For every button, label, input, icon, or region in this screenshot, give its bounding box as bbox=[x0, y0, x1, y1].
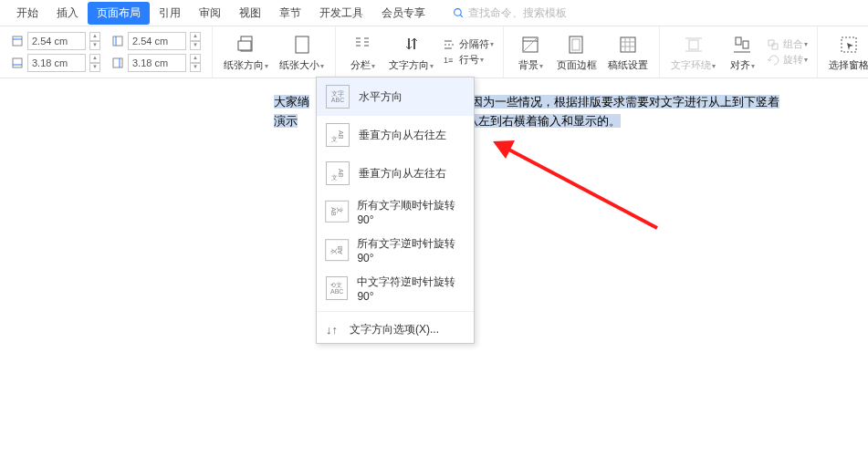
margin-bottom-icon bbox=[11, 57, 24, 69]
background-button[interactable]: 背景▾ bbox=[509, 29, 551, 76]
cn-ccw-icon: ⟲文ABC bbox=[326, 276, 348, 300]
spinner[interactable]: ▲▼ bbox=[190, 32, 201, 50]
tab-page-layout[interactable]: 页面布局 bbox=[88, 2, 150, 25]
line-number-button[interactable]: 1≡行号▾ bbox=[443, 53, 494, 67]
svg-rect-4 bbox=[13, 58, 22, 67]
svg-rect-39 bbox=[743, 41, 748, 48]
text-direction-icon bbox=[400, 33, 424, 57]
spinner[interactable]: ▲▼ bbox=[190, 54, 201, 72]
svg-rect-2 bbox=[13, 36, 22, 46]
margin-top-input[interactable] bbox=[27, 32, 86, 50]
direction-vertical-rtl[interactable]: AB文 垂直方向从右往左 bbox=[317, 116, 474, 154]
page-border-icon bbox=[565, 33, 589, 57]
search-box[interactable]: 查找命令、搜索模板 bbox=[453, 5, 567, 21]
tab-start[interactable]: 开始 bbox=[7, 2, 47, 25]
vertical-rtl-icon: AB文 bbox=[326, 123, 350, 147]
svg-rect-6 bbox=[113, 36, 122, 46]
ribbon: ▲▼ ▲▼ ▲▼ ▲▼ 纸张方向▾ bbox=[0, 26, 868, 78]
rotate-ccw-icon: 文AB bbox=[325, 239, 349, 261]
align-button[interactable]: 对齐▾ bbox=[721, 29, 763, 76]
svg-rect-12 bbox=[296, 36, 309, 53]
tab-insert[interactable]: 插入 bbox=[47, 2, 88, 25]
margin-top-icon bbox=[11, 35, 24, 47]
margin-top2-icon bbox=[111, 35, 124, 47]
svg-rect-11 bbox=[238, 41, 251, 50]
direction-vertical-ltr[interactable]: 文AB 垂直方向从左往右 bbox=[317, 154, 474, 192]
svg-rect-8 bbox=[113, 58, 122, 67]
svg-rect-41 bbox=[769, 40, 774, 46]
text-wrap-button[interactable]: 文字环绕▾ bbox=[665, 29, 721, 76]
svg-line-27 bbox=[523, 37, 538, 52]
svg-text:1≡: 1≡ bbox=[444, 56, 453, 65]
svg-rect-29 bbox=[572, 39, 580, 50]
direction-horizontal[interactable]: 文字ABC 水平方向 bbox=[317, 78, 474, 116]
margin-group: ▲▼ ▲▼ ▲▼ ▲▼ bbox=[0, 26, 213, 78]
text-direction-button[interactable]: 文字方向▾ bbox=[383, 29, 439, 76]
search-placeholder: 查找命令、搜索模板 bbox=[468, 5, 567, 21]
paper-orientation-button[interactable]: 纸张方向▾ bbox=[218, 29, 274, 76]
select-pane-icon bbox=[837, 33, 861, 57]
direction-cn-ccw[interactable]: ⟲文ABC 中文字符逆时针旋转90° bbox=[317, 269, 474, 307]
group-icon bbox=[767, 38, 779, 51]
columns-button[interactable]: 分栏▾ bbox=[341, 29, 383, 76]
svg-line-1 bbox=[460, 15, 463, 17]
svg-rect-30 bbox=[621, 37, 635, 52]
options-icon: ↓↑ bbox=[326, 323, 340, 337]
rotate-button[interactable]: 旋转▾ bbox=[767, 53, 808, 67]
tab-review[interactable]: 审阅 bbox=[190, 2, 230, 25]
grid-setting-button[interactable]: 稿纸设置 bbox=[602, 29, 654, 76]
margin-bottom2-icon bbox=[111, 57, 124, 69]
page-border-button[interactable]: 页面边框 bbox=[551, 29, 602, 76]
margin-bottom2-input[interactable] bbox=[128, 54, 186, 72]
tab-member[interactable]: 会员专享 bbox=[372, 2, 434, 25]
spinner[interactable]: ▲▼ bbox=[89, 54, 100, 72]
svg-rect-35 bbox=[689, 40, 698, 49]
selected-text: 因为一些情况，根据排版要求需要对文字进行从上到下竖着 bbox=[471, 95, 779, 109]
background-icon bbox=[518, 33, 542, 57]
search-icon bbox=[453, 7, 465, 19]
svg-rect-38 bbox=[736, 37, 741, 45]
break-icon bbox=[443, 38, 455, 51]
text-direction-options[interactable]: ↓↑ 文字方向选项(X)... bbox=[317, 316, 474, 343]
paper-orientation-icon bbox=[235, 33, 258, 57]
text-direction-dropdown: 文字ABC 水平方向 AB文 垂直方向从右往左 文AB 垂直方向从左往右 文AB… bbox=[316, 77, 475, 344]
direction-rotate-cw[interactable]: 文AB 所有文字顺时针旋转90° bbox=[317, 192, 474, 231]
columns-icon bbox=[350, 33, 374, 57]
tab-chapter[interactable]: 章节 bbox=[270, 2, 310, 25]
grid-setting-icon bbox=[616, 33, 640, 57]
tab-reference[interactable]: 引用 bbox=[150, 2, 190, 25]
selected-text: 大家绱 bbox=[274, 95, 309, 109]
select-pane-button[interactable]: 选择窗格 bbox=[823, 29, 868, 76]
group-button[interactable]: 组合▾ bbox=[767, 37, 808, 51]
svg-rect-42 bbox=[772, 44, 778, 49]
vertical-ltr-icon: 文AB bbox=[326, 161, 350, 185]
selected-text: 演示 bbox=[274, 114, 298, 128]
tab-view[interactable]: 视图 bbox=[230, 2, 270, 25]
rotate-icon bbox=[767, 54, 779, 67]
rotate-cw-icon: 文AB bbox=[325, 201, 349, 223]
line-number-icon: 1≡ bbox=[443, 54, 455, 67]
spinner[interactable]: ▲▼ bbox=[89, 32, 100, 50]
margin-bottom-input[interactable] bbox=[27, 54, 86, 72]
margin-top2-input[interactable] bbox=[128, 32, 186, 50]
break-button[interactable]: 分隔符▾ bbox=[443, 37, 494, 51]
tab-dev-tools[interactable]: 开发工具 bbox=[310, 2, 372, 25]
text-wrap-icon bbox=[682, 33, 706, 57]
tab-bar: 开始 插入 页面布局 引用 审阅 视图 章节 开发工具 会员专享 查找命令、搜索… bbox=[0, 0, 868, 26]
svg-point-0 bbox=[455, 8, 462, 16]
align-icon bbox=[730, 33, 754, 57]
separator bbox=[317, 311, 474, 312]
selected-text: 从左到右横着输入和显示的。 bbox=[466, 114, 621, 128]
svg-marker-44 bbox=[847, 43, 853, 50]
direction-rotate-ccw[interactable]: 文AB 所有文字逆时针旋转90° bbox=[317, 231, 474, 269]
paper-size-button[interactable]: 纸张大小▾ bbox=[274, 29, 329, 76]
horizontal-icon: 文字ABC bbox=[326, 85, 350, 109]
paper-size-icon bbox=[290, 33, 314, 57]
